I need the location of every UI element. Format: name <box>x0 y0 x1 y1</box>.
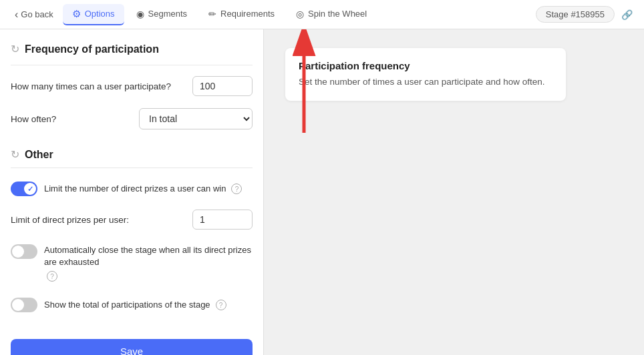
left-panel: ↻ Frequency of participation How many ti… <box>0 29 264 355</box>
tab-spin[interactable]: ◎ Spin the Wheel <box>287 5 376 25</box>
back-label: Go back <box>21 9 53 19</box>
segments-icon: ◉ <box>136 9 144 19</box>
limit-prizes-row: Limit the number of direct prizes a user… <box>11 179 253 199</box>
toggle2-knob <box>12 246 24 258</box>
toggle1-knob <box>24 183 36 195</box>
tab-options[interactable]: ⚙ Options <box>63 4 124 25</box>
show-total-help-icon[interactable]: ? <box>216 300 226 310</box>
info-card: Participation frequency Set the number o… <box>285 48 566 101</box>
frequency-title: Frequency of participation <box>25 43 159 55</box>
show-total-toggle[interactable] <box>11 298 37 312</box>
show-total-label: Show the total of participations of the … <box>44 299 210 311</box>
nav-bar: ‹ Go back ⚙ Options ◉ Segments ✏ Require… <box>0 0 644 29</box>
toggle2-slider <box>11 244 37 259</box>
limit-prizes-help-icon[interactable]: ? <box>231 184 242 194</box>
how-often-row: How often? In total Per day Per week Per… <box>11 108 253 129</box>
auto-close-label-wrap: Automatically close the stage when all i… <box>44 244 253 282</box>
toggle3-slider <box>11 298 37 312</box>
back-chevron-icon: ‹ <box>15 9 18 21</box>
limit-prizes-toggle[interactable] <box>11 182 37 196</box>
toggle3-knob <box>12 299 24 311</box>
limit-prizes-label-wrap: Limit the number of direct prizes a user… <box>44 183 242 195</box>
other-section: ↻ Other Limit the number of direct prize… <box>11 148 253 326</box>
other-section-header: ↻ Other <box>11 148 253 161</box>
auto-close-label: Automatically close the stage when all i… <box>44 244 253 268</box>
auto-close-toggle[interactable] <box>11 244 37 259</box>
info-card-desc: Set the number of times a user can parti… <box>299 75 552 89</box>
tab-segments[interactable]: ◉ Segments <box>127 5 197 25</box>
frequency-divider <box>11 65 253 65</box>
stage-badge: Stage #158955 <box>536 6 615 23</box>
participate-row: How many times can a user participate? <box>11 76 253 96</box>
tab-requirements-label: Requirements <box>220 9 275 19</box>
back-button[interactable]: ‹ Go back <box>8 5 60 25</box>
limit-label: Limit of direct prizes per user: <box>11 215 129 225</box>
auto-close-help-icon[interactable]: ? <box>47 271 57 282</box>
other-divider <box>11 167 253 168</box>
tab-spin-label: Spin the Wheel <box>308 9 367 19</box>
save-button[interactable]: Save <box>11 339 253 355</box>
tab-requirements[interactable]: ✏ Requirements <box>199 5 284 25</box>
participate-label: How many times can a user participate? <box>11 81 171 91</box>
toggle1-slider <box>11 182 37 196</box>
frequency-section-header: ↻ Frequency of participation <box>11 43 253 55</box>
main-layout: ↻ Frequency of participation How many ti… <box>0 29 644 355</box>
link-icon[interactable]: 🔗 <box>617 5 636 24</box>
info-card-title: Participation frequency <box>299 60 552 71</box>
frequency-icon: ↻ <box>11 43 19 55</box>
spin-icon: ◎ <box>296 9 304 19</box>
limit-input[interactable] <box>192 210 253 230</box>
auto-close-row: Automatically close the stage when all i… <box>11 242 253 284</box>
tab-options-label: Options <box>85 9 115 19</box>
limit-prizes-label: Limit the number of direct prizes a user… <box>44 183 226 195</box>
other-title: Other <box>25 149 53 161</box>
how-often-select[interactable]: In total Per day Per week Per month <box>139 108 253 129</box>
participate-input[interactable] <box>192 76 253 96</box>
show-total-label-wrap: Show the total of participations of the … <box>44 299 226 311</box>
right-panel: Participation frequency Set the number o… <box>264 29 644 355</box>
options-icon: ⚙ <box>72 8 81 20</box>
requirements-icon: ✏ <box>208 9 216 19</box>
show-total-row: Show the total of participations of the … <box>11 295 253 315</box>
other-icon: ↻ <box>11 148 19 161</box>
tab-segments-label: Segments <box>148 9 188 19</box>
limit-value-row: Limit of direct prizes per user: <box>11 210 253 230</box>
how-often-label: How often? <box>11 114 56 124</box>
